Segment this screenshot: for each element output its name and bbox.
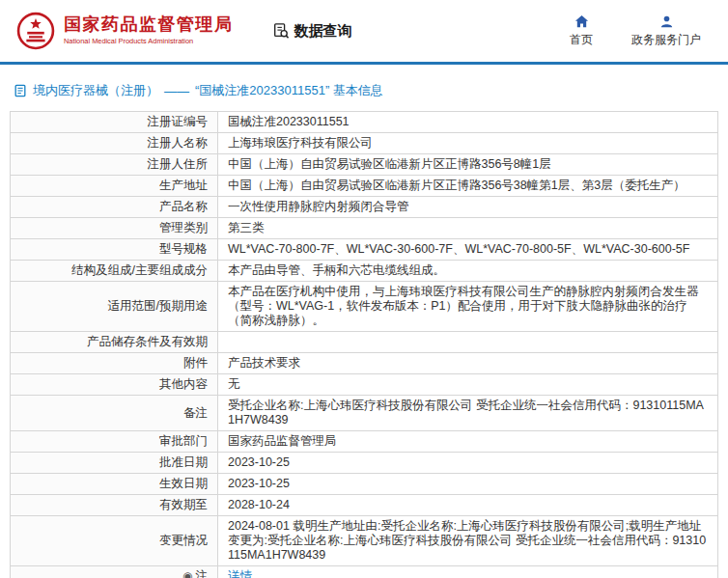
row-label: 备注 <box>11 396 218 431</box>
row-label: 产品储存条件及有效期 <box>11 332 218 353</box>
brand-text: 国家药品监督管理局 National Medical Products Admi… <box>64 15 234 46</box>
row-value: 2023-10-25 <box>218 453 718 474</box>
table-row: 变更情况2024-08-01 载明生产地址由:受托企业名称:上海心玮医疗科技股份… <box>11 516 718 566</box>
row-label: ◉注 <box>11 566 218 578</box>
row-value: 2028-10-24 <box>218 495 718 516</box>
row-value: 上海玮琅医疗科技有限公司 <box>218 133 718 154</box>
row-label: 变更情况 <box>11 516 218 566</box>
agency-name-en: National Medical Products Administration <box>64 38 203 45</box>
row-value: 第三类 <box>218 218 718 239</box>
home-icon <box>574 14 589 29</box>
row-value: 中国（上海）自由贸易试验区临港新片区正博路356号38幢第1层、第3层（委托生产… <box>218 176 718 197</box>
data-query-icon <box>272 22 290 40</box>
table-row: 生产地址中国（上海）自由贸易试验区临港新片区正博路356号38幢第1层、第3层（… <box>11 176 718 197</box>
person-icon <box>659 14 674 29</box>
row-label: 审批部门 <box>11 431 218 453</box>
registration-info-table: 注册证编号国械注准20233011551注册人名称上海玮琅医疗科技有限公司注册人… <box>10 111 718 578</box>
row-value: 产品技术要求 <box>218 353 718 374</box>
row-label: 注册人住所 <box>11 154 218 176</box>
row-label: 注册人名称 <box>11 133 218 154</box>
row-label: 附件 <box>11 353 218 374</box>
brand: 国家药品监督管理局 National Medical Products Admi… <box>15 11 234 51</box>
row-value: 本产品在医疗机构中使用，与上海玮琅医疗科技有限公司生产的静脉腔内射频闭合发生器（… <box>218 282 718 332</box>
table-row: 备注受托企业名称:上海心玮医疗科技股份有限公司 受托企业统一社会信用代码：913… <box>11 396 718 431</box>
row-value: 受托企业名称:上海心玮医疗科技股份有限公司 受托企业统一社会信用代码：91310… <box>218 396 718 431</box>
table-row: 批准日期2023-10-25 <box>11 453 718 474</box>
nav-portal-label: 政务服务门户 <box>631 32 701 48</box>
row-value: 本产品由导管、手柄和六芯电缆线组成。 <box>218 261 718 282</box>
table-row: 生效日期2023-10-25 <box>11 474 718 495</box>
table-row: 审批部门国家药品监督管理局 <box>11 431 718 453</box>
table-row: 其他内容无 <box>11 374 718 396</box>
row-label: 生效日期 <box>11 474 218 495</box>
row-value: 详情 <box>218 566 718 578</box>
table-row: 适用范围/预期用途本产品在医疗机构中使用，与上海玮琅医疗科技有限公司生产的静脉腔… <box>11 282 718 332</box>
nav-home[interactable]: 首页 <box>570 14 593 48</box>
row-label: 型号规格 <box>11 239 218 261</box>
table-row: 产品名称一次性使用静脉腔内射频闭合导管 <box>11 197 718 218</box>
row-label: 其他内容 <box>11 374 218 396</box>
row-label: 适用范围/预期用途 <box>11 282 218 332</box>
info-table-body: 注册证编号国械注准20233011551注册人名称上海玮琅医疗科技有限公司注册人… <box>11 112 718 578</box>
detail-link[interactable]: 详情 <box>228 569 252 578</box>
nav-portal[interactable]: 政务服务门户 <box>631 14 701 48</box>
row-value: 2023-10-25 <box>218 474 718 495</box>
breadcrumb-title: “国械注准20233011551” 基本信息 <box>195 82 383 99</box>
breadcrumb-dash: —— <box>164 84 189 98</box>
table-row: 注册人住所中国（上海）自由贸易试验区临港新片区正博路356号8幢1层 <box>11 154 718 176</box>
table-row: 附件产品技术要求 <box>11 353 718 374</box>
document-icon <box>14 84 27 97</box>
row-label: 结构及组成/主要组成成分 <box>11 261 218 282</box>
table-row: 注册证编号国械注准20233011551 <box>11 112 718 133</box>
row-value: 中国（上海）自由贸易试验区临港新片区正博路356号8幢1层 <box>218 154 718 176</box>
data-query-heading: 数据查询 <box>272 22 352 41</box>
row-value: 国家药品监督管理局 <box>218 431 718 453</box>
note-icon: ◉ <box>182 569 192 578</box>
row-label: 注册证编号 <box>11 112 218 133</box>
main-content: 境内医疗器械（注册） —— “国械注准20233011551” 基本信息 注册证… <box>0 65 728 578</box>
row-value: WL*VAC-70-800-7F、WL*VAC-30-600-7F、WL*VAC… <box>218 239 718 261</box>
row-value: 无 <box>218 374 718 396</box>
row-label: 有效期至 <box>11 495 218 516</box>
table-row: 结构及组成/主要组成成分本产品由导管、手柄和六芯电缆线组成。 <box>11 261 718 282</box>
table-row: 管理类别第三类 <box>11 218 718 239</box>
row-label: 管理类别 <box>11 218 218 239</box>
table-row: 型号规格WL*VAC-70-800-7F、WL*VAC-30-600-7F、WL… <box>11 239 718 261</box>
data-query-label: 数据查询 <box>294 22 352 41</box>
agency-name: 国家药品监督管理局 <box>64 15 234 35</box>
breadcrumb-category: 境内医疗器械（注册） <box>33 82 158 99</box>
row-label: 批准日期 <box>11 453 218 474</box>
row-label: 产品名称 <box>11 197 218 218</box>
table-row: 有效期至2028-10-24 <box>11 495 718 516</box>
row-value <box>218 332 718 353</box>
nav-home-label: 首页 <box>570 32 593 48</box>
breadcrumb: 境内医疗器械（注册） —— “国械注准20233011551” 基本信息 <box>14 82 714 99</box>
row-label: 生产地址 <box>11 176 218 197</box>
header: 国家药品监督管理局 National Medical Products Admi… <box>0 0 728 62</box>
row-value: 一次性使用静脉腔内射频闭合导管 <box>218 197 718 218</box>
table-row: 注册人名称上海玮琅医疗科技有限公司 <box>11 133 718 154</box>
table-row: 产品储存条件及有效期 <box>11 332 718 353</box>
row-value: 国械注准20233011551 <box>218 112 718 133</box>
national-emblem-icon <box>15 11 56 51</box>
row-value: 2024-08-01 载明生产地址由:受托企业名称:上海心玮医疗科技股份有限公司… <box>218 516 718 566</box>
top-nav: 首页 政务服务门户 <box>570 14 711 48</box>
table-row: ◉注详情 <box>11 566 718 578</box>
